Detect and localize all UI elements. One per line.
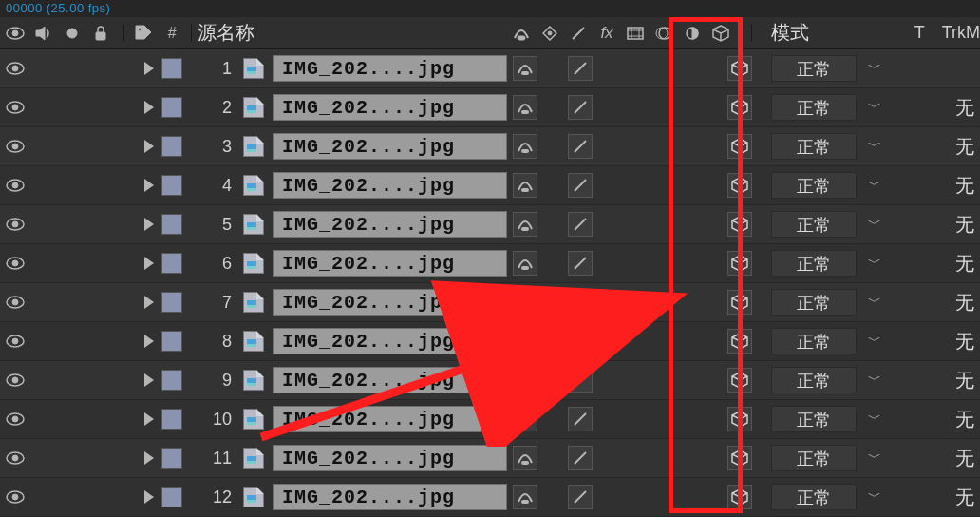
layer-color-chip[interactable]	[161, 58, 182, 79]
3d-toggle[interactable]	[727, 173, 752, 198]
shy-toggle[interactable]	[513, 368, 537, 393]
track-matte-select[interactable]: 无	[955, 290, 980, 316]
shy-toggle[interactable]	[513, 407, 537, 431]
frame-blend-icon[interactable]	[626, 23, 645, 44]
track-matte-select[interactable]: 无	[955, 173, 980, 199]
3d-toggle[interactable]	[727, 95, 752, 120]
layer-color-chip[interactable]	[161, 448, 182, 469]
layer-row[interactable]: 11 IMG_202....jpg 正常 ﹀ 无	[0, 439, 980, 478]
track-matte-select[interactable]: 无	[955, 485, 980, 510]
3d-toggle[interactable]	[727, 56, 752, 81]
eye-icon[interactable]	[6, 97, 25, 118]
layer-color-chip[interactable]	[161, 214, 182, 235]
layer-source-name[interactable]: IMG_202....jpg	[273, 133, 507, 160]
layer-source-name[interactable]: IMG_202....jpg	[273, 211, 507, 238]
layer-source-name[interactable]: IMG_202....jpg	[273, 406, 507, 432]
twirl-icon[interactable]	[144, 296, 154, 309]
quality-toggle[interactable]	[568, 56, 593, 81]
3d-toggle[interactable]	[727, 212, 752, 237]
layer-row[interactable]: 4 IMG_202....jpg 正常 ﹀ 无	[0, 166, 980, 205]
eye-icon[interactable]	[6, 253, 25, 274]
layer-color-chip[interactable]	[161, 487, 182, 507]
shy-toggle[interactable]	[513, 290, 537, 315]
twirl-icon[interactable]	[144, 218, 154, 231]
shy-toggle[interactable]	[513, 173, 537, 198]
layer-row[interactable]: 5 IMG_202....jpg 正常 ﹀ 无	[0, 205, 980, 244]
shy-toggle[interactable]	[513, 251, 537, 276]
quality-icon[interactable]	[569, 23, 588, 44]
quality-toggle[interactable]	[568, 329, 593, 354]
twirl-icon[interactable]	[144, 140, 154, 153]
chevron-down-icon[interactable]: ﹀	[868, 411, 881, 428]
quality-toggle[interactable]	[568, 212, 593, 237]
blend-mode-select[interactable]: 正常	[771, 406, 857, 432]
chevron-down-icon[interactable]: ﹀	[868, 177, 881, 194]
layer-row[interactable]: 6 IMG_202....jpg 正常 ﹀ 无	[0, 244, 980, 283]
layer-source-name[interactable]: IMG_202....jpg	[273, 172, 507, 199]
shy-toggle[interactable]	[513, 56, 537, 81]
track-matte-select[interactable]: 无	[955, 368, 980, 393]
quality-toggle[interactable]	[568, 290, 593, 315]
number-icon[interactable]: #	[162, 23, 181, 44]
layer-color-chip[interactable]	[161, 97, 182, 118]
track-matte-select[interactable]: 无	[955, 95, 980, 121]
chevron-down-icon[interactable]: ﹀	[868, 294, 881, 311]
twirl-icon[interactable]	[144, 179, 154, 192]
eye-icon[interactable]	[6, 370, 25, 391]
quality-toggle[interactable]	[568, 95, 593, 120]
layer-source-name[interactable]: IMG_202....jpg	[273, 250, 507, 277]
t-header[interactable]: T	[914, 23, 925, 43]
blend-mode-select[interactable]: 正常	[771, 133, 857, 160]
twirl-icon[interactable]	[144, 335, 154, 348]
source-name-header[interactable]: 源名称	[198, 20, 254, 46]
quality-toggle[interactable]	[568, 446, 593, 470]
chevron-down-icon[interactable]: ﹀	[868, 60, 881, 77]
quality-toggle[interactable]	[568, 173, 593, 198]
track-matte-select[interactable]: 无	[955, 212, 980, 238]
shy-toggle[interactable]	[513, 134, 537, 159]
eye-icon[interactable]	[6, 409, 25, 430]
shy-toggle[interactable]	[513, 329, 537, 354]
adjustment-icon[interactable]	[683, 23, 702, 44]
layer-source-name[interactable]: IMG_202....jpg	[273, 289, 507, 316]
chevron-down-icon[interactable]: ﹀	[868, 333, 881, 350]
track-matte-select[interactable]: 无	[955, 407, 980, 432]
layer-color-chip[interactable]	[161, 370, 182, 391]
layer-row[interactable]: 7 IMG_202....jpg 正常 ﹀ 无	[0, 283, 980, 322]
eye-icon[interactable]	[6, 487, 25, 507]
eye-icon[interactable]	[6, 331, 25, 352]
lock-icon[interactable]	[91, 23, 110, 44]
layer-source-name[interactable]: IMG_202....jpg	[273, 484, 507, 510]
track-matte-header[interactable]: TrkM	[942, 23, 980, 43]
quality-toggle[interactable]	[568, 485, 593, 509]
3d-toggle[interactable]	[727, 134, 752, 159]
layer-color-chip[interactable]	[161, 409, 182, 430]
layer-source-name[interactable]: IMG_202....jpg	[273, 55, 507, 82]
track-matte-select[interactable]: 无	[955, 134, 980, 160]
blend-mode-select[interactable]: 正常	[771, 289, 857, 316]
3d-toggle[interactable]	[727, 329, 752, 354]
chevron-down-icon[interactable]: ﹀	[868, 255, 881, 272]
track-matte-select[interactable]: 无	[955, 251, 980, 277]
3d-toggle[interactable]	[727, 446, 752, 470]
3d-toggle[interactable]	[727, 407, 752, 431]
layer-row[interactable]: 10 IMG_202....jpg 正常 ﹀ 无	[0, 400, 980, 439]
quality-toggle[interactable]	[568, 251, 593, 276]
eye-icon[interactable]	[6, 448, 25, 469]
layer-source-name[interactable]: IMG_202....jpg	[273, 367, 507, 393]
layer-row[interactable]: 3 IMG_202....jpg 正常 ﹀ 无	[0, 127, 980, 166]
shy-toggle[interactable]	[513, 446, 537, 470]
blend-mode-select[interactable]: 正常	[771, 94, 857, 121]
blend-mode-select[interactable]: 正常	[771, 445, 857, 471]
layer-row[interactable]: 1 IMG_202....jpg 正常 ﹀	[0, 49, 980, 88]
shy-icon[interactable]	[512, 23, 531, 44]
label-icon[interactable]	[134, 23, 153, 44]
3d-toggle[interactable]	[727, 251, 752, 276]
eye-icon[interactable]	[6, 214, 25, 235]
solo-icon[interactable]	[63, 23, 82, 44]
layer-row[interactable]: 9 IMG_202....jpg 正常 ﹀ 无	[0, 361, 980, 400]
layer-source-name[interactable]: IMG_202....jpg	[273, 94, 507, 121]
layer-row[interactable]: 12 IMG_202....jpg 正常 ﹀ 无	[0, 478, 980, 517]
eye-icon[interactable]	[6, 136, 25, 157]
layer-color-chip[interactable]	[161, 292, 182, 313]
